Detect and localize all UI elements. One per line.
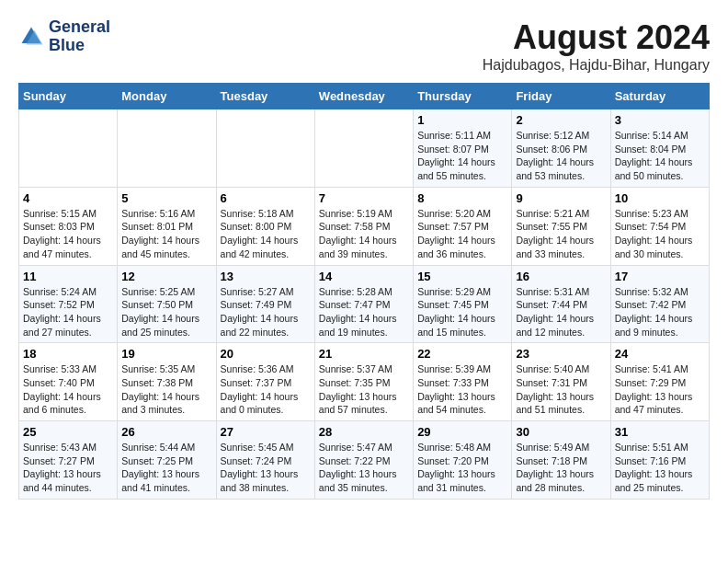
cell-text: Sunrise: 5:49 AM Sunset: 7:18 PM Dayligh…	[516, 441, 606, 495]
day-number: 22	[417, 347, 507, 361]
calendar-cell: 22Sunrise: 5:39 AM Sunset: 7:33 PM Dayli…	[414, 343, 512, 421]
calendar-week-row: 1Sunrise: 5:11 AM Sunset: 8:07 PM Daylig…	[19, 109, 710, 188]
cell-text: Sunrise: 5:40 AM Sunset: 7:31 PM Dayligh…	[516, 362, 606, 417]
day-number: 31	[615, 425, 705, 439]
cell-text: Sunrise: 5:51 AM Sunset: 7:16 PM Dayligh…	[615, 441, 705, 495]
weekday-header: Tuesday	[216, 84, 314, 109]
calendar-cell: 3Sunrise: 5:14 AM Sunset: 8:04 PM Daylig…	[610, 109, 709, 188]
calendar-cell: 7Sunrise: 5:19 AM Sunset: 7:58 PM Daylig…	[314, 187, 413, 265]
day-number: 16	[516, 270, 606, 283]
header: General Blue August 2024 Hajdubagos, Haj…	[18, 18, 710, 74]
calendar-cell: 26Sunrise: 5:44 AM Sunset: 7:25 PM Dayli…	[118, 421, 216, 500]
day-number: 13	[221, 270, 311, 283]
calendar-cell: 6Sunrise: 5:18 AM Sunset: 8:00 PM Daylig…	[216, 187, 314, 265]
day-number: 4	[23, 191, 113, 205]
day-number: 29	[417, 425, 507, 439]
calendar-cell: 14Sunrise: 5:28 AM Sunset: 7:47 PM Dayli…	[314, 265, 413, 343]
logo-line2: Blue	[49, 37, 110, 55]
day-number: 7	[319, 191, 409, 205]
cell-text: Sunrise: 5:47 AM Sunset: 7:22 PM Dayligh…	[319, 441, 409, 495]
cell-text: Sunrise: 5:43 AM Sunset: 7:27 PM Dayligh…	[23, 441, 113, 495]
day-number: 5	[121, 191, 211, 205]
calendar-cell: 16Sunrise: 5:31 AM Sunset: 7:44 PM Dayli…	[512, 265, 610, 343]
calendar-week-row: 4Sunrise: 5:15 AM Sunset: 8:03 PM Daylig…	[19, 187, 710, 265]
day-number: 30	[516, 425, 606, 439]
month-year: August 2024	[483, 18, 710, 57]
calendar-cell: 28Sunrise: 5:47 AM Sunset: 7:22 PM Dayli…	[314, 421, 413, 500]
day-number: 18	[23, 347, 113, 361]
calendar-cell: 13Sunrise: 5:27 AM Sunset: 7:49 PM Dayli…	[216, 265, 314, 343]
calendar-table: SundayMondayTuesdayWednesdayThursdayFrid…	[18, 83, 710, 500]
calendar-week-row: 18Sunrise: 5:33 AM Sunset: 7:40 PM Dayli…	[19, 343, 710, 421]
day-number: 27	[221, 425, 311, 439]
cell-text: Sunrise: 5:25 AM Sunset: 7:50 PM Dayligh…	[121, 285, 211, 339]
cell-text: Sunrise: 5:28 AM Sunset: 7:47 PM Dayligh…	[319, 285, 409, 339]
weekday-header: Friday	[512, 84, 610, 109]
calendar-cell	[314, 109, 413, 188]
weekday-header: Monday	[118, 84, 216, 109]
logo-icon	[18, 24, 44, 50]
cell-text: Sunrise: 5:24 AM Sunset: 7:52 PM Dayligh…	[23, 285, 113, 339]
day-number: 11	[23, 270, 113, 283]
calendar-cell: 21Sunrise: 5:37 AM Sunset: 7:35 PM Dayli…	[314, 343, 413, 421]
calendar-week-row: 11Sunrise: 5:24 AM Sunset: 7:52 PM Dayli…	[19, 265, 710, 343]
cell-text: Sunrise: 5:11 AM Sunset: 8:07 PM Dayligh…	[417, 129, 507, 183]
calendar-cell: 9Sunrise: 5:21 AM Sunset: 7:55 PM Daylig…	[512, 187, 610, 265]
logo: General Blue	[18, 18, 110, 55]
weekday-header: Saturday	[610, 84, 709, 109]
cell-text: Sunrise: 5:20 AM Sunset: 7:57 PM Dayligh…	[417, 207, 507, 261]
day-number: 3	[615, 113, 705, 127]
cell-text: Sunrise: 5:12 AM Sunset: 8:06 PM Dayligh…	[516, 129, 606, 183]
cell-text: Sunrise: 5:39 AM Sunset: 7:33 PM Dayligh…	[417, 362, 507, 417]
day-number: 20	[221, 347, 311, 361]
calendar-cell: 25Sunrise: 5:43 AM Sunset: 7:27 PM Dayli…	[19, 421, 118, 500]
day-number: 25	[23, 425, 113, 439]
day-number: 8	[417, 191, 507, 205]
calendar-cell: 19Sunrise: 5:35 AM Sunset: 7:38 PM Dayli…	[118, 343, 216, 421]
calendar-cell: 23Sunrise: 5:40 AM Sunset: 7:31 PM Dayli…	[512, 343, 610, 421]
calendar-cell: 27Sunrise: 5:45 AM Sunset: 7:24 PM Dayli…	[216, 421, 314, 500]
day-number: 19	[121, 347, 211, 361]
weekday-header: Wednesday	[314, 84, 413, 109]
weekday-header-row: SundayMondayTuesdayWednesdayThursdayFrid…	[19, 84, 710, 109]
cell-text: Sunrise: 5:27 AM Sunset: 7:49 PM Dayligh…	[221, 285, 311, 339]
weekday-header: Thursday	[414, 84, 512, 109]
calendar-cell: 4Sunrise: 5:15 AM Sunset: 8:03 PM Daylig…	[19, 187, 118, 265]
cell-text: Sunrise: 5:19 AM Sunset: 7:58 PM Dayligh…	[319, 207, 409, 261]
calendar-cell: 8Sunrise: 5:20 AM Sunset: 7:57 PM Daylig…	[414, 187, 512, 265]
day-number: 21	[319, 347, 409, 361]
title-section: August 2024 Hajdubagos, Hajdu-Bihar, Hun…	[483, 18, 710, 74]
location: Hajdubagos, Hajdu-Bihar, Hungary	[483, 57, 710, 74]
cell-text: Sunrise: 5:18 AM Sunset: 8:00 PM Dayligh…	[221, 207, 311, 261]
calendar-cell: 2Sunrise: 5:12 AM Sunset: 8:06 PM Daylig…	[512, 109, 610, 188]
day-number: 1	[417, 113, 507, 127]
calendar-cell: 15Sunrise: 5:29 AM Sunset: 7:45 PM Dayli…	[414, 265, 512, 343]
cell-text: Sunrise: 5:14 AM Sunset: 8:04 PM Dayligh…	[615, 129, 705, 183]
calendar-cell: 17Sunrise: 5:32 AM Sunset: 7:42 PM Dayli…	[610, 265, 709, 343]
day-number: 24	[615, 347, 705, 361]
cell-text: Sunrise: 5:31 AM Sunset: 7:44 PM Dayligh…	[516, 285, 606, 339]
cell-text: Sunrise: 5:45 AM Sunset: 7:24 PM Dayligh…	[221, 441, 311, 495]
day-number: 15	[417, 270, 507, 283]
calendar-cell	[216, 109, 314, 188]
cell-text: Sunrise: 5:48 AM Sunset: 7:20 PM Dayligh…	[417, 441, 507, 495]
calendar-cell: 10Sunrise: 5:23 AM Sunset: 7:54 PM Dayli…	[610, 187, 709, 265]
cell-text: Sunrise: 5:33 AM Sunset: 7:40 PM Dayligh…	[23, 362, 113, 417]
cell-text: Sunrise: 5:23 AM Sunset: 7:54 PM Dayligh…	[615, 207, 705, 261]
calendar-cell: 29Sunrise: 5:48 AM Sunset: 7:20 PM Dayli…	[414, 421, 512, 500]
calendar-cell: 20Sunrise: 5:36 AM Sunset: 7:37 PM Dayli…	[216, 343, 314, 421]
day-number: 6	[221, 191, 311, 205]
cell-text: Sunrise: 5:29 AM Sunset: 7:45 PM Dayligh…	[417, 285, 507, 339]
cell-text: Sunrise: 5:44 AM Sunset: 7:25 PM Dayligh…	[121, 441, 211, 495]
calendar-cell: 1Sunrise: 5:11 AM Sunset: 8:07 PM Daylig…	[414, 109, 512, 188]
cell-text: Sunrise: 5:35 AM Sunset: 7:38 PM Dayligh…	[121, 362, 211, 417]
cell-text: Sunrise: 5:32 AM Sunset: 7:42 PM Dayligh…	[615, 285, 705, 339]
cell-text: Sunrise: 5:37 AM Sunset: 7:35 PM Dayligh…	[319, 362, 409, 417]
cell-text: Sunrise: 5:21 AM Sunset: 7:55 PM Dayligh…	[516, 207, 606, 261]
day-number: 17	[615, 270, 705, 283]
calendar-cell	[118, 109, 216, 188]
calendar-cell: 18Sunrise: 5:33 AM Sunset: 7:40 PM Dayli…	[19, 343, 118, 421]
logo-text: General Blue	[49, 18, 110, 55]
day-number: 2	[516, 113, 606, 127]
cell-text: Sunrise: 5:16 AM Sunset: 8:01 PM Dayligh…	[121, 207, 211, 261]
